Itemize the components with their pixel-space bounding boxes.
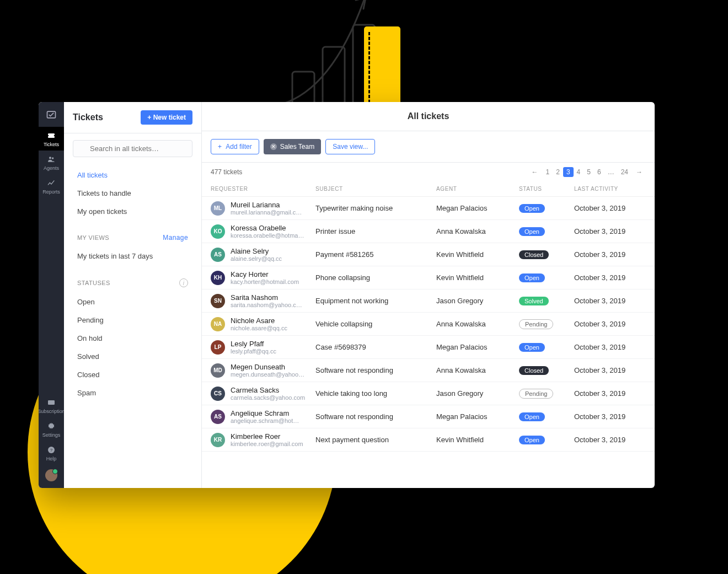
ticket-subject: Case #5698379 (315, 343, 436, 351)
sidebar-status[interactable]: Spam (64, 384, 201, 402)
pager-page[interactable]: 2 (553, 167, 563, 177)
pager-page[interactable]: 4 (574, 167, 584, 177)
rail-label: Tickets (44, 142, 59, 147)
rail-item-reports[interactable]: Reports (39, 174, 64, 198)
main-panel: All tickets + Add filter ✕ Sales Team Sa… (202, 102, 655, 488)
ticket-date: October 3, 2019 (574, 412, 646, 421)
pager-page[interactable]: 1 (543, 167, 553, 177)
ticket-agent: Megan Palacios (436, 412, 519, 421)
save-view-button[interactable]: Save view... (325, 139, 375, 154)
user-avatar[interactable] (45, 469, 57, 481)
requester-email: koressa.orabelle@hotma… (231, 232, 304, 239)
ticket-agent: Megan Palacios (436, 343, 519, 351)
table-row[interactable]: KR Kimberlee Roer kimberlee.roer@gmail.c… (202, 428, 655, 452)
ticket-subject: Next payment question (315, 436, 436, 444)
table-row[interactable]: NA Nichole Asare nichole.asare@qq.cc Veh… (202, 313, 655, 336)
sidebar-status[interactable]: Closed (64, 366, 201, 384)
avatar: AS (211, 248, 225, 262)
sidebar-view[interactable]: All tickets (64, 166, 201, 184)
sidebar-my-view[interactable]: My tickets in last 7 days (64, 247, 201, 265)
pager-page[interactable]: 3 (563, 167, 574, 177)
info-icon[interactable]: i (179, 278, 188, 287)
requester-name: Carmela Sacks (231, 386, 305, 394)
rail-item-settings[interactable]: Settings (39, 417, 64, 441)
table-row[interactable]: SN Sarita Nashom sarita.nashom@yahoo.c… … (202, 289, 655, 313)
rail-item-tickets[interactable]: Tickets (39, 127, 64, 151)
table-header: REQUESTER SUBJECT AGENT STATUS LAST ACTI… (202, 181, 655, 197)
ticket-subject: Software not responding (315, 412, 436, 421)
pager-page[interactable]: 24 (618, 167, 631, 177)
pager-page[interactable]: 6 (594, 167, 604, 177)
sidebar-status[interactable]: Solved (64, 347, 201, 366)
table-row[interactable]: LP Lesly Pfaff lesly.pfaff@qq.cc Case #5… (202, 336, 655, 359)
ticket-subject: Payment #581265 (315, 250, 436, 259)
sidebar-view[interactable]: My open tickets (64, 202, 201, 221)
sidebar-status[interactable]: Open (64, 293, 201, 311)
requester-name: Mureil Larianna (231, 201, 302, 209)
ticket-date: October 3, 2019 (574, 320, 646, 328)
new-ticket-button[interactable]: + New ticket (141, 110, 192, 125)
ticket-date: October 3, 2019 (574, 273, 646, 282)
ticket-agent: Jason Gregory (436, 297, 519, 305)
table-row[interactable]: ML Mureil Larianna mureil.larianna@gmail… (202, 197, 655, 220)
requester-name: Nichole Asare (231, 316, 287, 325)
pager-page[interactable]: 5 (584, 167, 594, 177)
manage-link[interactable]: Manage (163, 234, 188, 242)
pager: ← 123456…24 → (528, 167, 646, 177)
ticket-agent: Anna Kowalska (436, 366, 519, 374)
table-row[interactable]: MD Megen Dunseath megen.dunseath@yahoo… … (202, 359, 655, 382)
requester-name: Kimberlee Roer (231, 432, 303, 441)
status-badge: Pending (519, 319, 553, 329)
ticket-subject: Phone collapsing (315, 273, 436, 282)
ticket-date: October 3, 2019 (574, 204, 646, 212)
svg-text:?: ? (50, 448, 53, 453)
filter-chip[interactable]: ✕ Sales Team (264, 139, 321, 154)
ticket-date: October 3, 2019 (574, 436, 646, 444)
ticket-subject: Vehicle collapsing (315, 320, 436, 328)
avatar: LP (211, 340, 225, 355)
close-icon[interactable]: ✕ (270, 143, 277, 150)
rail-item-help[interactable]: ? Help (39, 441, 64, 465)
requester-name: Angelique Schram (231, 409, 299, 417)
app-logo[interactable] (39, 102, 64, 127)
app-window: Tickets Agents Reports Subscription Sett… (39, 102, 655, 488)
rail-item-subscription[interactable]: Subscription (39, 394, 64, 417)
requester-name: Koressa Orabelle (231, 224, 304, 232)
my-views-header: MY VIEWS (77, 234, 109, 241)
sidebar: Tickets + New ticket All ticketsTickets … (64, 102, 202, 488)
add-filter-button[interactable]: + Add filter (211, 139, 259, 154)
table-row[interactable]: AS Angelique Schram angelique.schram@hot… (202, 405, 655, 428)
status-badge: Pending (519, 389, 553, 399)
col-subject: SUBJECT (315, 186, 436, 192)
requester-name: Sarita Nashom (231, 293, 302, 302)
requester-email: lesly.pfaff@qq.cc (231, 348, 276, 355)
ticket-agent: Jason Gregory (436, 389, 519, 398)
svg-point-5 (52, 157, 53, 159)
table-row[interactable]: CS Carmela Sacks carmela.sacks@yahoo.com… (202, 382, 655, 405)
requester-name: Megen Dunseath (231, 363, 304, 371)
table-row[interactable]: KO Koressa Orabelle koressa.orabelle@hot… (202, 220, 655, 243)
rail-label: Help (46, 456, 57, 462)
ticket-subject: Typewriter making noise (315, 204, 436, 212)
requester-email: alaine.selry@qq.cc (231, 255, 282, 262)
requester-email: angelique.schram@hot… (231, 417, 299, 424)
ticket-date: October 3, 2019 (574, 389, 646, 398)
avatar: SN (211, 294, 225, 308)
sidebar-view[interactable]: Tickets to handle (64, 184, 201, 202)
status-badge: Closed (519, 366, 549, 375)
pager-prev[interactable]: ← (528, 167, 542, 177)
rail-item-agents[interactable]: Agents (39, 151, 64, 174)
table-row[interactable]: AS Alaine Selry alaine.selry@qq.cc Payme… (202, 243, 655, 266)
table-row[interactable]: KH Kacy Horter kacy.horter@hotmail.com P… (202, 266, 655, 289)
avatar: KH (211, 271, 225, 285)
sidebar-status[interactable]: Pending (64, 311, 201, 329)
col-requester: REQUESTER (211, 186, 315, 192)
avatar: CS (211, 387, 225, 401)
search-input[interactable] (73, 140, 192, 157)
status-badge: Solved (519, 297, 549, 305)
ticket-agent: Kevin Whitfield (436, 250, 519, 259)
statuses-header: STATUSES (77, 280, 110, 286)
ticket-agent: Kevin Whitfield (436, 273, 519, 282)
sidebar-status[interactable]: On hold (64, 329, 201, 347)
pager-next[interactable]: → (633, 167, 646, 177)
